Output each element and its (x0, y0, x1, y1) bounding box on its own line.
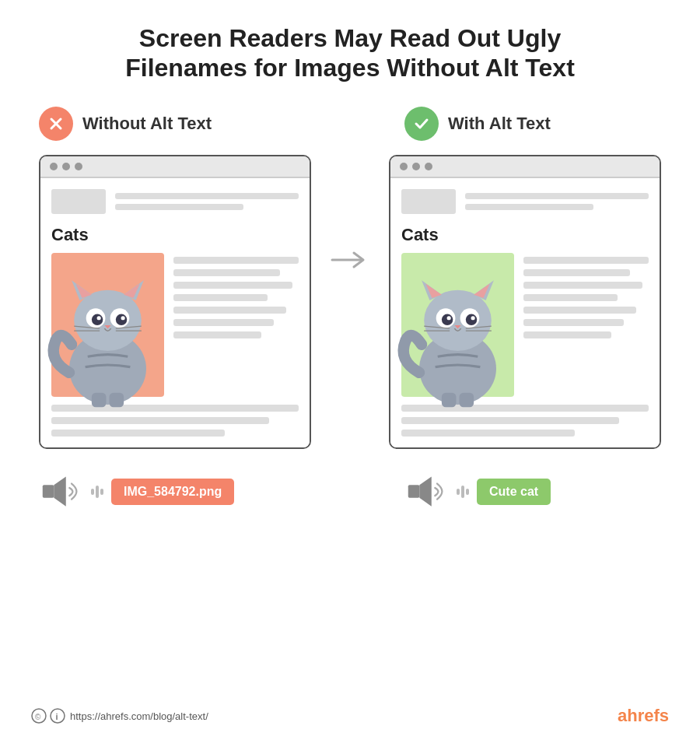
svg-rect-20 (110, 392, 124, 407)
comparison-row: Cats (31, 155, 669, 449)
right-body-lines (523, 253, 649, 397)
left-bottom-lines (51, 405, 299, 437)
main-container: Screen Readers May Read Out Ugly Filenam… (0, 0, 700, 740)
x-icon (47, 115, 65, 132)
svg-point-32 (447, 316, 451, 320)
right-wave-icon (455, 483, 469, 500)
left-browser-bar (40, 156, 310, 178)
audio-row: IMG_584792.png Cute cat (31, 472, 669, 511)
right-browser: Cats (389, 155, 661, 449)
footer-left: © i https://ahrefs.com/blog/alt-text/ (31, 708, 208, 724)
browser-dot-3 (75, 163, 82, 170)
svg-rect-44 (96, 486, 99, 498)
info-icon: i (50, 708, 65, 724)
svg-rect-49 (461, 486, 464, 498)
browser-dot-1 (50, 163, 58, 170)
right-browser-bar (390, 156, 660, 178)
arrow-container (327, 248, 373, 272)
nav-line-1 (115, 193, 299, 199)
right-nav-box (401, 189, 456, 214)
left-nav-lines (115, 193, 299, 210)
ahrefs-logo: ahrefs (618, 706, 669, 726)
left-page-title: Cats (51, 225, 299, 245)
svg-rect-50 (466, 489, 469, 495)
footer: © i https://ahrefs.com/blog/alt-text/ ah… (31, 706, 669, 726)
right-cat-image (401, 253, 514, 397)
left-browser-content: Cats (40, 178, 310, 447)
check-icon (413, 115, 430, 132)
right-filename-badge: Cute cat (477, 479, 551, 505)
right-page-title: Cats (401, 225, 649, 245)
left-sound-waves (89, 483, 103, 500)
left-speaker-icon (39, 472, 82, 511)
right-browser-dot-3 (425, 163, 432, 170)
svg-text:©: © (35, 713, 41, 721)
without-alt-label-item: Without Alt Text (39, 107, 311, 141)
left-body-lines (173, 253, 299, 397)
left-page-body (51, 253, 299, 397)
svg-point-13 (121, 316, 125, 320)
label-row: Without Alt Text With Alt Text (31, 107, 669, 141)
svg-rect-45 (100, 489, 103, 495)
left-content-header (51, 189, 299, 214)
svg-marker-42 (54, 476, 65, 506)
right-sound-waves (455, 483, 469, 500)
svg-marker-47 (419, 476, 431, 506)
footer-url: https://ahrefs.com/blog/alt-text/ (70, 710, 208, 722)
browser-dot-2 (62, 163, 70, 170)
right-nav-line-2 (465, 204, 593, 210)
nav-line-2 (115, 204, 243, 210)
left-browser: Cats (39, 155, 311, 449)
svg-rect-48 (457, 489, 460, 495)
svg-point-31 (466, 314, 477, 324)
with-alt-label-item: With Alt Text (389, 107, 661, 141)
right-speaker-icon (404, 472, 447, 511)
page-title: Screen Readers May Read Out Ugly Filenam… (78, 23, 622, 83)
svg-point-23 (424, 289, 492, 350)
left-audio-item: IMG_584792.png (39, 472, 311, 511)
left-cat-svg (44, 248, 172, 409)
right-nav-line-1 (465, 193, 649, 199)
right-page-body (401, 253, 649, 397)
right-bottom-lines (401, 405, 649, 437)
svg-rect-39 (442, 392, 457, 407)
svg-rect-19 (92, 392, 107, 407)
svg-point-11 (116, 314, 127, 324)
svg-rect-46 (408, 485, 420, 497)
svg-point-12 (97, 316, 101, 320)
right-nav-lines (465, 193, 649, 210)
svg-point-3 (74, 289, 142, 350)
left-cat-image (51, 253, 164, 397)
svg-text:i: i (56, 712, 58, 721)
good-badge (404, 107, 439, 141)
footer-icons: © i (31, 708, 65, 724)
svg-rect-41 (43, 485, 54, 497)
right-browser-content: Cats (390, 178, 660, 447)
without-alt-label: Without Alt Text (82, 114, 212, 134)
right-browser-dot-1 (400, 163, 408, 170)
svg-point-33 (471, 316, 475, 320)
svg-point-10 (92, 314, 103, 324)
right-content-header (401, 189, 649, 214)
right-audio-item: Cute cat (389, 472, 661, 511)
svg-rect-40 (460, 392, 474, 407)
with-alt-label: With Alt Text (448, 114, 551, 134)
left-nav-box (51, 189, 106, 214)
right-browser-dot-2 (412, 163, 420, 170)
bad-badge (39, 107, 73, 141)
svg-point-30 (442, 314, 453, 324)
right-arrow-icon (331, 248, 369, 272)
cc-icon: © (31, 708, 47, 724)
left-wave-icon (89, 483, 103, 500)
svg-rect-43 (91, 489, 94, 495)
right-cat-svg (394, 248, 522, 409)
left-filename-badge: IMG_584792.png (111, 479, 234, 505)
